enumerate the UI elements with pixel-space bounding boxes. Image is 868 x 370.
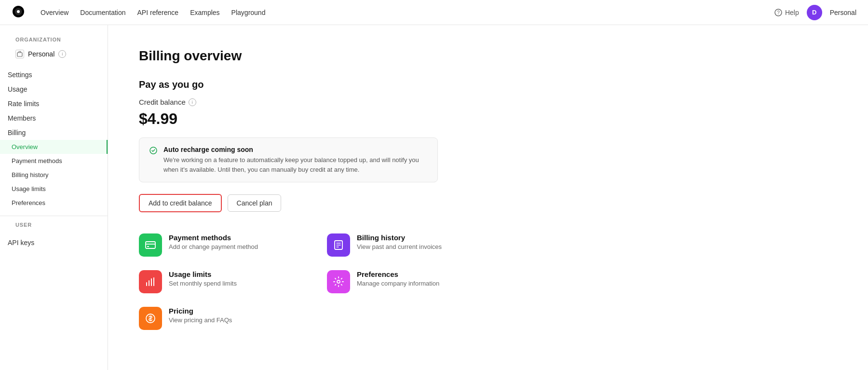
- sidebar-item-api-keys[interactable]: API keys: [0, 235, 108, 250]
- sidebar-item-members[interactable]: Members: [0, 111, 108, 125]
- action-buttons: Add to credit balance Cancel plan: [139, 194, 559, 212]
- card-pricing[interactable]: Pricing View pricing and FAQs: [139, 305, 317, 332]
- cancel-plan-button[interactable]: Cancel plan: [228, 194, 282, 212]
- card-preferences[interactable]: Preferences Manage company information: [327, 268, 505, 295]
- nav-playground[interactable]: Playground: [231, 9, 266, 16]
- top-nav: Overview Documentation API reference Exa…: [0, 0, 868, 25]
- page-title: Billing overview: [139, 48, 559, 64]
- credit-balance-info-icon[interactable]: i: [189, 98, 196, 106]
- plan-title: Pay as you go: [139, 79, 559, 90]
- card-icon-pricing: [139, 307, 162, 330]
- sidebar-item-rate-limits[interactable]: Rate limits: [0, 96, 108, 111]
- card-title-billing-history: Billing history: [357, 233, 442, 242]
- card-title-pricing: Pricing: [169, 307, 232, 315]
- card-icon-billing-history: [327, 233, 350, 257]
- card-desc-preferences: Manage company information: [357, 280, 439, 287]
- nav-api-reference[interactable]: API reference: [137, 9, 179, 16]
- nav-links: Overview Documentation API reference Exa…: [41, 9, 774, 16]
- add-to-credit-balance-button[interactable]: Add to credit balance: [139, 194, 222, 212]
- card-icon-preferences: [327, 270, 350, 293]
- logo[interactable]: [12, 5, 25, 20]
- card-desc-usage-limits: Set monthly spend limits: [169, 280, 237, 287]
- card-desc-billing-history: View past and current invoices: [357, 243, 442, 250]
- cards-grid: Payment methods Add or change payment me…: [139, 232, 505, 332]
- svg-rect-3: [17, 53, 22, 56]
- svg-text:?: ?: [777, 10, 780, 15]
- recharge-icon: [149, 146, 158, 174]
- card-desc-payment-methods: Add or change payment method: [169, 243, 258, 250]
- sidebar: ORGANIZATION Personal i Settings Usage R…: [0, 25, 108, 370]
- credit-balance-amount: $4.99: [139, 110, 559, 128]
- layout: ORGANIZATION Personal i Settings Usage R…: [0, 25, 868, 370]
- org-icon: [15, 50, 24, 58]
- info-box: Auto recharge coming soon We're working …: [139, 137, 438, 182]
- org-name: Personal: [28, 50, 54, 58]
- sidebar-item-payment-methods[interactable]: Payment methods: [0, 154, 108, 168]
- card-billing-history[interactable]: Billing history View past and current in…: [327, 232, 505, 259]
- user-section-label: USER: [8, 222, 100, 232]
- nav-overview[interactable]: Overview: [41, 9, 68, 16]
- sidebar-item-billing[interactable]: Billing: [0, 125, 108, 140]
- nav-examples[interactable]: Examples: [190, 9, 219, 16]
- info-box-text: We're working on a feature to automatica…: [163, 155, 428, 174]
- org-row[interactable]: Personal i: [8, 46, 100, 62]
- card-title-preferences: Preferences: [357, 270, 439, 278]
- svg-point-0: [17, 10, 20, 13]
- sidebar-item-overview[interactable]: Overview: [0, 140, 108, 154]
- card-icon-usage-limits: [139, 270, 162, 293]
- sidebar-item-billing-history[interactable]: Billing history: [0, 168, 108, 182]
- info-box-content: Auto recharge coming soon We're working …: [163, 146, 428, 174]
- card-content-preferences: Preferences Manage company information: [357, 270, 439, 287]
- card-icon-payment-methods: [139, 233, 162, 257]
- card-content-billing-history: Billing history View past and current in…: [357, 233, 442, 250]
- card-payment-methods[interactable]: Payment methods Add or change payment me…: [139, 232, 317, 259]
- credit-balance-label: Credit balance i: [139, 98, 559, 106]
- svg-point-7: [337, 280, 340, 283]
- nav-documentation[interactable]: Documentation: [80, 9, 125, 16]
- card-content-usage-limits: Usage limits Set monthly spend limits: [169, 270, 237, 287]
- org-section-label: ORGANIZATION: [8, 37, 100, 46]
- card-title-usage-limits: Usage limits: [169, 270, 237, 278]
- sidebar-item-usage-limits[interactable]: Usage limits: [0, 182, 108, 196]
- org-info-icon[interactable]: i: [58, 50, 66, 58]
- card-usage-limits[interactable]: Usage limits Set monthly spend limits: [139, 268, 317, 295]
- main-content: Billing overview Pay as you go Credit ba…: [108, 25, 590, 370]
- help-label: Help: [785, 9, 799, 16]
- svg-rect-4: [146, 242, 155, 248]
- sidebar-item-settings[interactable]: Settings: [0, 68, 108, 82]
- sidebar-item-preferences[interactable]: Preferences: [0, 196, 108, 210]
- card-content-payment-methods: Payment methods Add or change payment me…: [169, 233, 258, 250]
- avatar[interactable]: D: [807, 5, 822, 20]
- user-name[interactable]: Personal: [830, 9, 856, 16]
- nav-right: ? Help D Personal: [774, 5, 856, 20]
- sidebar-item-usage[interactable]: Usage: [0, 82, 108, 96]
- card-title-payment-methods: Payment methods: [169, 233, 258, 242]
- card-desc-pricing: View pricing and FAQs: [169, 316, 232, 324]
- card-content-pricing: Pricing View pricing and FAQs: [169, 307, 232, 324]
- help-button[interactable]: ? Help: [774, 9, 799, 16]
- svg-rect-5: [147, 246, 149, 247]
- info-box-title: Auto recharge coming soon: [163, 146, 428, 153]
